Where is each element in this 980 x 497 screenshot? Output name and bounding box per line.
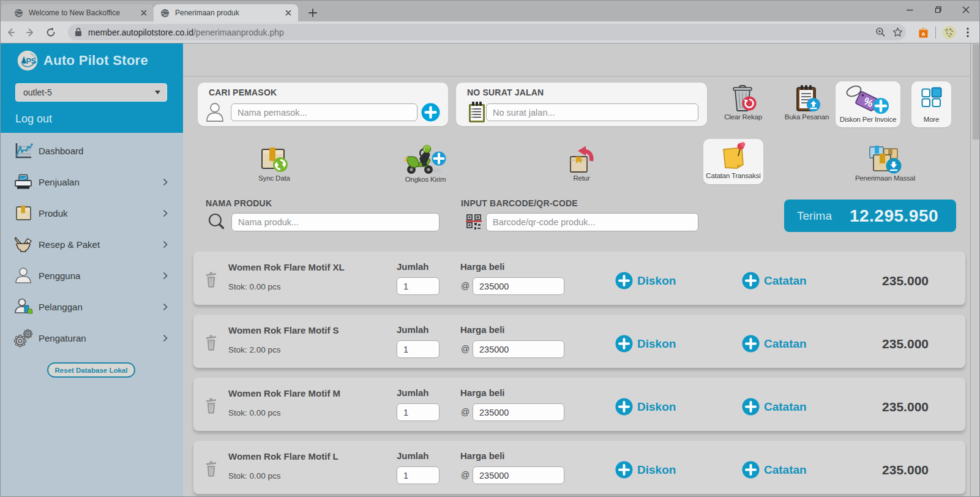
page-content: PS Auto Pilot Store outlet-5 Log out Das… bbox=[0, 43, 980, 497]
new-tab-button[interactable] bbox=[304, 6, 321, 20]
price-input[interactable] bbox=[473, 340, 564, 358]
window-minimize-button[interactable] bbox=[896, 0, 924, 20]
catatan-transaksi-button[interactable]: Catatan Transaksi bbox=[703, 139, 763, 184]
toolbar-separator bbox=[935, 26, 936, 39]
mortar-pestle-icon bbox=[13, 234, 33, 254]
ongkos-kirim-button[interactable]: Ongkos Kirim bbox=[383, 144, 468, 183]
buka-pesanan-label: Buka Pesanan bbox=[785, 113, 829, 121]
address-bar[interactable]: member.autopilotstore.co.id/penerimaanpr… bbox=[68, 24, 906, 40]
tab-penerimaan-produk[interactable]: Penerimaan produk bbox=[154, 4, 298, 21]
profile-avatar[interactable] bbox=[943, 26, 956, 39]
diskon-per-invoice-button[interactable]: % Diskon Per Invoice bbox=[836, 81, 900, 127]
gears-icon bbox=[13, 328, 33, 348]
chevron-right-icon bbox=[163, 178, 168, 186]
window-restore-button[interactable] bbox=[924, 0, 952, 20]
at-sign: @ bbox=[461, 407, 469, 417]
product-name: Women Rok Flare Motif XL bbox=[228, 262, 345, 272]
quantity-input[interactable] bbox=[397, 466, 440, 484]
harga-beli-label: Harga beli bbox=[460, 261, 505, 272]
aps-logo: PS bbox=[17, 50, 38, 71]
back-button[interactable] bbox=[0, 21, 20, 43]
diskon-button[interactable]: Diskon bbox=[615, 335, 676, 353]
search-icon bbox=[208, 212, 226, 231]
window-controls bbox=[896, 0, 980, 20]
product-stock: Stok: 0.00 pcs bbox=[228, 408, 281, 417]
more-grid-icon bbox=[921, 87, 942, 108]
delete-row-icon[interactable] bbox=[206, 335, 217, 351]
window-close-button[interactable] bbox=[952, 0, 980, 20]
browser-menu-icon[interactable] bbox=[959, 24, 976, 41]
extension-shopping-bag-icon[interactable]: a bbox=[915, 24, 932, 41]
price-input[interactable] bbox=[473, 403, 564, 421]
at-sign: @ bbox=[461, 470, 469, 480]
sidebar-item-resep-paket[interactable]: Resep & Paket bbox=[0, 229, 183, 260]
plus-circle-icon bbox=[742, 461, 760, 479]
catatan-button[interactable]: Catatan bbox=[742, 398, 807, 416]
quantity-input[interactable] bbox=[397, 340, 440, 358]
outlet-select[interactable]: outlet-5 bbox=[15, 83, 167, 102]
sidebar: PS Auto Pilot Store outlet-5 Log out Das… bbox=[0, 43, 183, 497]
sidebar-item-pelanggan[interactable]: Pelanggan bbox=[0, 291, 183, 322]
more-button[interactable]: More bbox=[911, 81, 951, 127]
product-row: Women Rok Flare Motif S Stok: 2.00 pcs J… bbox=[193, 315, 965, 368]
reset-database-button[interactable]: Reset Database Lokal bbox=[47, 362, 135, 378]
terima-button[interactable]: Terima 12.295.950 bbox=[784, 200, 956, 232]
product-stock: Stok: 0.00 pcs bbox=[228, 471, 281, 480]
brand: PS Auto Pilot Store bbox=[17, 50, 148, 71]
price-input[interactable] bbox=[473, 277, 564, 295]
catatan-button[interactable]: Catatan bbox=[742, 272, 807, 290]
delete-row-icon[interactable] bbox=[206, 272, 217, 288]
ongkos-kirim-label: Ongkos Kirim bbox=[405, 176, 446, 183]
barcode-search-label: INPUT BARCODE/QR-CODE bbox=[461, 198, 578, 208]
catatan-label: Catatan bbox=[764, 274, 807, 288]
logout-link[interactable]: Log out bbox=[15, 113, 52, 125]
buka-pesanan-button[interactable]: Buka Pesanan bbox=[776, 84, 837, 121]
reload-button[interactable] bbox=[40, 21, 61, 43]
sticky-note-icon bbox=[720, 141, 748, 172]
nav-buttons bbox=[0, 21, 61, 43]
add-supplier-button[interactable] bbox=[421, 103, 440, 122]
tab-close-icon[interactable] bbox=[139, 8, 149, 18]
sidebar-item-pengaturan[interactable]: Pengaturan bbox=[0, 323, 183, 353]
bookmark-star-icon[interactable] bbox=[889, 24, 906, 40]
clear-rekap-icon bbox=[727, 84, 759, 113]
sync-data-button[interactable]: Sync Data bbox=[231, 144, 317, 182]
diskon-per-invoice-icon: % bbox=[844, 84, 892, 116]
product-search-input[interactable] bbox=[231, 213, 440, 231]
tab-welcome-backoffice[interactable]: Welcome to New Backoffice bbox=[1, 4, 154, 21]
price-input[interactable] bbox=[473, 466, 564, 484]
clear-rekap-button[interactable]: Clear Rekap bbox=[713, 84, 774, 121]
page-scrollbar[interactable] bbox=[970, 43, 980, 497]
main-header-band bbox=[183, 43, 980, 77]
penerimaan-massal-button[interactable]: Penerimaan Massal bbox=[842, 144, 928, 182]
diskon-button[interactable]: Diskon bbox=[615, 461, 676, 479]
surat-jalan-input[interactable] bbox=[486, 103, 698, 121]
catatan-button[interactable]: Catatan bbox=[742, 335, 807, 353]
forward-button[interactable] bbox=[20, 21, 40, 43]
sidebar-item-pengguna[interactable]: Pengguna bbox=[0, 260, 183, 291]
sidebar-item-produk[interactable]: Produk bbox=[0, 198, 183, 228]
retur-button[interactable]: Retur bbox=[539, 144, 624, 182]
lock-icon[interactable] bbox=[75, 28, 82, 37]
quantity-input[interactable] bbox=[397, 403, 440, 421]
catatan-button[interactable]: Catatan bbox=[742, 461, 807, 479]
globe-favicon bbox=[160, 9, 170, 18]
sidebar-item-dashboard[interactable]: Dashboard bbox=[0, 135, 183, 166]
delete-row-icon[interactable] bbox=[206, 461, 217, 477]
sidebar-item-penjualan[interactable]: Penjualan bbox=[0, 166, 183, 197]
catatan-transaksi-label: Catatan Transaksi bbox=[706, 172, 760, 179]
barcode-input[interactable] bbox=[486, 213, 698, 231]
scrollbar-thumb[interactable] bbox=[973, 44, 979, 140]
quantity-input[interactable] bbox=[397, 277, 440, 295]
tab-close-icon[interactable] bbox=[283, 8, 293, 18]
jumlah-label: Jumlah bbox=[397, 387, 429, 398]
jumlah-label: Jumlah bbox=[397, 324, 429, 335]
ongkos-kirim-icon bbox=[403, 144, 448, 176]
supplier-search-input[interactable] bbox=[231, 103, 417, 121]
diskon-button[interactable]: Diskon bbox=[615, 272, 676, 290]
diskon-button[interactable]: Diskon bbox=[615, 398, 676, 416]
brand-name: Auto Pilot Store bbox=[43, 53, 148, 69]
plus-circle-icon bbox=[615, 398, 633, 416]
zoom-icon[interactable] bbox=[872, 24, 889, 40]
delete-row-icon[interactable] bbox=[206, 398, 217, 414]
